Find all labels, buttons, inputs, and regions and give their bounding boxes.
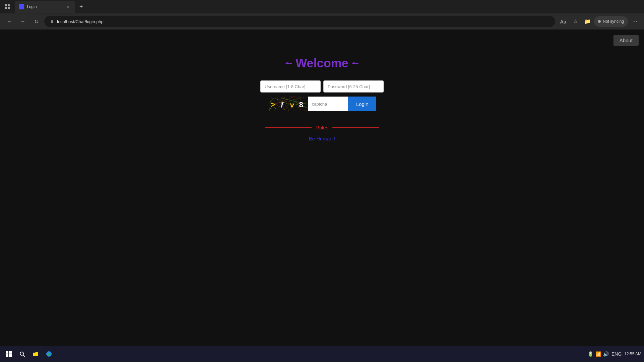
taskbar-right: 🔋 📶 🔊 ENG 12:55 AM	[588, 351, 641, 357]
svg-rect-1	[8, 4, 10, 6]
credentials-row	[260, 80, 384, 93]
tab-grid-button[interactable]	[3, 2, 12, 11]
sync-status-text: Not syncing	[603, 19, 624, 24]
page-content: About ~ Welcome ~ Login Rules Be Human !	[0, 29, 644, 346]
browser-toolbar: ← → ↻ localhost/Chat/login.php Aa ☆ 📁 No…	[0, 13, 644, 29]
svg-point-10	[20, 352, 23, 355]
rules-section: Rules Be Human !	[265, 125, 379, 141]
browser-chrome: Login × + ← → ↻ localhost/Chat/login.php…	[0, 0, 644, 29]
forward-button[interactable]: →	[17, 16, 28, 27]
svg-rect-3	[8, 7, 10, 9]
collection-button[interactable]: 📁	[582, 16, 593, 27]
search-button[interactable]	[16, 348, 28, 360]
url-text: localhost/Chat/login.php	[57, 19, 550, 24]
rules-line-right	[332, 127, 379, 128]
password-input[interactable]	[323, 80, 384, 93]
svg-point-4	[19, 5, 23, 9]
taskbar-edge-button[interactable]	[43, 348, 55, 360]
sync-status-dot	[598, 20, 601, 23]
rules-line-left	[265, 127, 312, 128]
taskbar-language: ENG	[611, 351, 622, 357]
tab-close-button[interactable]: ×	[65, 4, 71, 10]
toolbar-right: Aa ☆ 📁 Not syncing ⋯	[558, 16, 640, 27]
back-button[interactable]: ←	[4, 16, 15, 27]
start-button[interactable]	[3, 348, 15, 360]
tab-favicon	[19, 4, 24, 9]
rules-divider: Rules	[265, 125, 379, 130]
active-tab[interactable]: Login ×	[15, 1, 75, 13]
svg-rect-6	[6, 351, 8, 354]
svg-rect-5	[51, 21, 53, 23]
lock-icon	[50, 19, 54, 24]
address-bar[interactable]: localhost/Chat/login.php	[44, 16, 555, 27]
taskbar-network-icon: 📶	[595, 351, 601, 357]
about-button[interactable]: About	[613, 35, 639, 46]
svg-rect-8	[6, 354, 8, 357]
taskbar-left	[3, 348, 55, 360]
captcha-image	[268, 97, 308, 111]
captcha-row: Login	[268, 97, 377, 111]
login-form: Login	[260, 80, 384, 111]
tab-bar: Login × +	[0, 0, 644, 13]
more-button[interactable]: ⋯	[629, 16, 640, 27]
new-tab-button[interactable]: +	[76, 2, 86, 11]
taskbar: 🔋 📶 🔊 ENG 12:55 AM	[0, 346, 644, 362]
refresh-button[interactable]: ↻	[31, 16, 42, 27]
favorites-button[interactable]: ☆	[570, 16, 581, 27]
svg-rect-0	[5, 4, 7, 6]
reader-view-button[interactable]: Aa	[558, 16, 569, 27]
welcome-title: ~ Welcome ~	[285, 56, 359, 70]
username-input[interactable]	[260, 80, 321, 93]
svg-rect-2	[5, 7, 7, 9]
login-button[interactable]: Login	[348, 97, 377, 111]
taskbar-time: 12:55 AM	[624, 352, 641, 356]
taskbar-explorer-button[interactable]	[30, 348, 42, 360]
sync-button[interactable]: Not syncing	[594, 16, 628, 27]
captcha-input[interactable]	[308, 97, 348, 111]
svg-rect-7	[9, 351, 12, 354]
rules-label: Rules	[316, 125, 328, 130]
rules-text: Be Human !	[309, 136, 335, 141]
taskbar-volume-icon: 🔊	[603, 351, 609, 357]
taskbar-sys-icons: 🔋 📶 🔊	[588, 351, 609, 357]
svg-line-11	[23, 355, 25, 357]
taskbar-battery-icon: 🔋	[588, 351, 593, 357]
svg-rect-9	[9, 354, 12, 357]
tab-title: Login	[27, 4, 62, 9]
